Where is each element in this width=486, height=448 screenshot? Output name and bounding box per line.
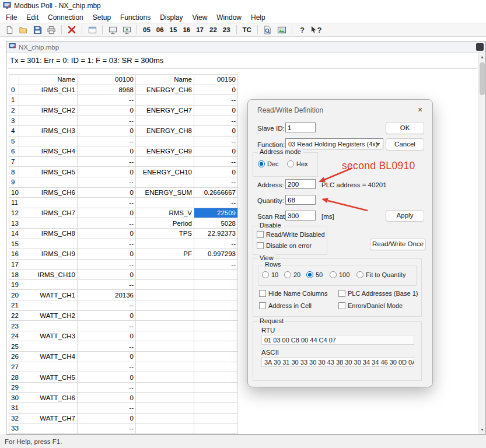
menu-setup[interactable]: Setup xyxy=(88,13,116,22)
grid-cell[interactable]: 0 xyxy=(78,413,136,424)
grid-cell[interactable]: 0 xyxy=(78,352,136,362)
menu-file[interactable]: File xyxy=(1,13,22,22)
grid-cell[interactable]: -- xyxy=(78,279,136,290)
document-window-controls[interactable] xyxy=(476,43,484,51)
grid-cell[interactable] xyxy=(194,270,238,280)
grid-cell[interactable] xyxy=(136,393,194,403)
hex-radio[interactable] xyxy=(287,160,294,167)
scroll-up-icon[interactable]: ▲ xyxy=(479,53,485,61)
grid-cell[interactable]: -- xyxy=(78,403,136,414)
grid-cell[interactable] xyxy=(194,279,238,290)
grid-cell[interactable] xyxy=(136,198,194,208)
grid-cell[interactable]: -- xyxy=(78,218,136,229)
grid-cell[interactable] xyxy=(136,300,194,311)
ok-button[interactable]: OK xyxy=(386,122,424,134)
grid-cell[interactable]: PF xyxy=(136,249,194,260)
grid-cell[interactable]: ENERGY_CH9 xyxy=(136,146,194,157)
grid-cell[interactable] xyxy=(136,403,194,414)
grid-cell[interactable]: WATT_CH3 xyxy=(19,331,78,341)
context-help-button[interactable]: ? xyxy=(310,24,323,36)
grid-cell[interactable]: -- xyxy=(78,424,136,434)
grid-header-00100[interactable]: 00100 xyxy=(78,75,136,85)
grid-cell[interactable] xyxy=(194,424,238,434)
grid-cell[interactable]: IRMS_CH1 xyxy=(19,85,78,95)
document-window-titlebar[interactable]: NX_chip.mbp xyxy=(6,41,485,53)
grid-cell[interactable]: 0 xyxy=(194,125,238,136)
grid-cell[interactable]: 0 xyxy=(78,125,136,136)
grid-cell[interactable] xyxy=(136,352,194,362)
function-16-button[interactable]: 16 xyxy=(180,24,193,36)
grid-cell[interactable]: WATT_CH2 xyxy=(19,310,78,321)
grid-cell[interactable]: 0 xyxy=(194,85,238,95)
function-23-button[interactable]: 23 xyxy=(221,24,233,36)
grid-cell[interactable]: 0 xyxy=(78,393,136,403)
enron-daniel-mode-checkbox[interactable] xyxy=(338,302,345,309)
grid-cell[interactable] xyxy=(194,300,238,311)
grid-cell[interactable] xyxy=(194,403,238,414)
grid-cell[interactable] xyxy=(19,403,78,414)
grid-cell[interactable]: -- xyxy=(194,259,238,270)
grid-cell[interactable] xyxy=(19,198,78,208)
setup-display-button[interactable] xyxy=(86,24,99,36)
grid-cell[interactable] xyxy=(19,156,78,167)
poll-definition-button[interactable] xyxy=(120,24,133,36)
grid-cell[interactable]: 0 xyxy=(78,208,136,218)
grid-cell[interactable] xyxy=(136,279,194,290)
read-write-once-button[interactable]: Read/Write Once xyxy=(370,239,426,250)
address-input[interactable] xyxy=(285,179,316,189)
grid-cell[interactable] xyxy=(19,341,78,352)
grid-cell[interactable]: 22.92373 xyxy=(194,228,238,239)
menu-help[interactable]: Help xyxy=(246,13,270,22)
menu-window[interactable]: Window xyxy=(212,13,246,22)
grid-cell[interactable]: IRMS_CH8 xyxy=(19,228,78,239)
grid-cell[interactable]: 0 xyxy=(78,228,136,239)
print-button[interactable] xyxy=(45,24,58,36)
grid-cell[interactable] xyxy=(136,259,194,270)
grid-cell[interactable]: TPS xyxy=(136,228,194,239)
grid-cell[interactable]: 0 xyxy=(78,105,136,116)
grid-cell[interactable]: 5028 xyxy=(194,218,238,229)
vertical-scrollbar[interactable]: ▲ ▼ xyxy=(478,53,485,434)
grid-cell[interactable] xyxy=(19,259,78,270)
grid-cell[interactable] xyxy=(136,290,194,300)
grid-cell[interactable]: ENERGY_CH10 xyxy=(136,167,194,177)
menu-functions[interactable]: Functions xyxy=(116,13,155,22)
display-chart-button[interactable] xyxy=(275,24,288,36)
grid-cell[interactable] xyxy=(194,341,238,352)
grid-cell[interactable]: WATT_CH4 xyxy=(19,352,78,362)
test-center-button[interactable]: TC xyxy=(240,24,254,36)
grid-cell[interactable] xyxy=(136,424,194,434)
fit-to-quantity-radio[interactable] xyxy=(356,271,363,278)
grid-cell[interactable]: -- xyxy=(78,136,136,146)
grid-cell[interactable] xyxy=(136,331,194,341)
grid-cell[interactable] xyxy=(194,393,238,403)
grid-cell[interactable]: -- xyxy=(194,239,238,249)
grid-cell[interactable] xyxy=(136,321,194,331)
menu-connection[interactable]: Connection xyxy=(43,13,88,22)
grid-cell[interactable]: -- xyxy=(78,95,136,106)
menu-display[interactable]: Display xyxy=(155,13,187,22)
grid-cell[interactable]: 0.997293 xyxy=(194,249,238,260)
grid-cell[interactable] xyxy=(136,372,194,383)
grid-cell[interactable]: -- xyxy=(194,136,238,146)
grid-cell[interactable]: ENERGY_CH8 xyxy=(136,125,194,136)
function-17-button[interactable]: 17 xyxy=(194,24,206,36)
grid-cell[interactable] xyxy=(19,239,78,249)
grid-cell[interactable]: IRMS_CH10 xyxy=(19,270,78,280)
grid-cell[interactable]: -- xyxy=(194,95,238,106)
rows-50-radio[interactable] xyxy=(306,271,313,278)
grid-cell[interactable]: 20136 xyxy=(78,290,136,300)
scrollbar-thumb[interactable] xyxy=(480,62,485,95)
grid-cell[interactable]: -- xyxy=(78,300,136,311)
grid-cell[interactable] xyxy=(136,341,194,352)
grid-cell[interactable] xyxy=(19,95,78,106)
dec-radio[interactable] xyxy=(258,160,265,167)
grid-cell[interactable]: IRMS_CH2 xyxy=(19,105,78,116)
grid-cell[interactable] xyxy=(194,382,238,393)
grid-cell[interactable]: -- xyxy=(78,382,136,393)
grid-cell[interactable]: IRMS_CH5 xyxy=(19,167,78,177)
function-05-button[interactable]: 05 xyxy=(141,24,153,36)
grid-cell[interactable] xyxy=(194,331,238,341)
disconnect-button[interactable] xyxy=(65,24,78,36)
grid-cell[interactable] xyxy=(19,218,78,229)
